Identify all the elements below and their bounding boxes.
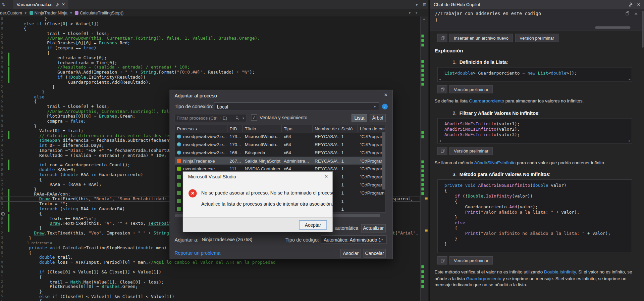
edge-process-icon — [177, 142, 181, 146]
app-process-icon — [177, 207, 181, 211]
code-block-2: AñadirSiNoEsInfinito(valor1);AñadirSiNoE… — [437, 118, 632, 143]
attach-button[interactable]: Asociar — [340, 249, 361, 258]
column-header[interactable]: Título — [243, 125, 282, 132]
process-row[interactable]: msedgewebview2.e...166...Búsquedax64REYC… — [175, 148, 385, 157]
explanation-heading: Explicación — [435, 48, 644, 53]
scroll-left-icon[interactable]: ◀ — [439, 139, 441, 142]
column-header[interactable]: PID — [227, 125, 243, 132]
chevron-down-icon: ▼ — [381, 238, 383, 241]
preview-button[interactable]: Versión preliminar — [449, 256, 493, 264]
code-line: AñadirSiNoEsInfinito(valor3); — [444, 132, 625, 137]
tree-view-button[interactable]: Árbol — [370, 114, 386, 122]
change-mark — [421, 275, 424, 278]
preview-button[interactable]: Versión preliminar — [515, 34, 559, 42]
copy-icon[interactable] — [625, 11, 630, 15]
insert-icon[interactable] — [634, 11, 638, 15]
close-icon[interactable]: ✕ — [62, 2, 65, 6]
chevron-down-icon[interactable]: ▼ — [242, 117, 245, 120]
chevron-down-icon: ▼ — [24, 11, 27, 14]
copy-button[interactable] — [437, 85, 447, 93]
horizontal-scrollbar[interactable] — [595, 26, 630, 29]
pin-icon[interactable] — [55, 3, 59, 6]
tab-variacionanual[interactable]: VariacionAnual.cs ✕ — [13, 0, 68, 9]
code-block-3: private void AñadirSiNoEsInfinito(double… — [437, 179, 632, 253]
sync-icon[interactable]: ↻ — [2, 2, 5, 7]
method-icon — [75, 11, 78, 14]
info-icon[interactable]: i — [382, 104, 388, 110]
process-table-header[interactable]: Proceso▲PIDTítuloTipoNombre de uSesióLín… — [175, 125, 385, 132]
copy-button[interactable] — [437, 256, 447, 264]
process-row[interactable]: msedgewebview2.e...173...MicrosoftWindo.… — [175, 132, 385, 140]
column-header[interactable]: Línea de con — [358, 125, 385, 132]
editor-scrollbar[interactable]: ▲ — [420, 16, 428, 301]
error-message-dialog: Microsoft Visual Studio ✕ ✕ No se puede … — [183, 172, 333, 232]
app-process-icon — [177, 175, 181, 179]
list-view-button[interactable]: Lista — [352, 114, 367, 122]
code-line: { — [0, 299, 420, 301]
column-header[interactable]: Proceso▲ — [175, 125, 228, 132]
inline-code-link[interactable]: Double.IsInfinity — [544, 269, 576, 274]
column-header[interactable]: Sesió — [339, 125, 358, 132]
code-line: //Trabajar con addseries en este codigo — [435, 11, 640, 17]
chevron-down-icon[interactable]: ▼ — [415, 2, 419, 7]
process-row[interactable]: NinjaTrader.exe267...Salida NinjaScriptA… — [175, 157, 385, 165]
explanation-paragraph-1: Se define la lista Guardarporciento para… — [435, 98, 634, 104]
chevron-down-icon[interactable]: ▼ — [408, 11, 411, 14]
editor-tab-bar: ↻ VariacionAnual.cs ✕ ▼ ⊞ — [0, 0, 428, 9]
scroll-right-icon[interactable]: ▶ — [629, 78, 630, 81]
refresh-button[interactable]: Actualizar — [361, 224, 385, 232]
accept-button[interactable]: Aceptar — [299, 220, 327, 229]
close-icon[interactable]: ✕ — [384, 92, 388, 97]
window-layout-icon[interactable]: ⊞ — [423, 2, 426, 7]
vertical-scrollbar[interactable] — [642, 11, 644, 48]
breadcrumb-item-method[interactable]: CalculateTrailingStop() — [75, 10, 123, 15]
column-header[interactable]: Tipo — [282, 125, 313, 132]
code-line: } — [0, 85, 420, 90]
preview-button[interactable]: Versión preliminar — [449, 147, 493, 155]
code-line: List<double> Guardarporciento = new List… — [444, 70, 625, 76]
close-icon[interactable]: ✕ — [637, 2, 640, 7]
connection-type-select[interactable]: Local▼ — [214, 102, 379, 111]
breadcrumb-item-project[interactable]: der.Custom▼ — [0, 10, 27, 15]
column-header[interactable]: Nombre de u — [313, 125, 339, 132]
explanation-paragraph-3: Este método verifica si el valor no es i… — [435, 269, 634, 288]
copy-button[interactable] — [437, 147, 447, 155]
inline-code-link[interactable]: Guardarporciento — [469, 98, 504, 103]
minimize-icon[interactable]: — — [620, 2, 624, 7]
section-heading-1: 1.Definición de la Lista: — [452, 60, 644, 65]
breadcrumb-item-class[interactable]: NinjaTrader.Ninja▼ — [30, 10, 72, 15]
plus-icon[interactable]: ＋ — [415, 10, 419, 15]
process-row[interactable]: msedgewebview2.e...170...MicrosoftWindo.… — [175, 140, 385, 148]
close-icon[interactable]: ✕ — [324, 174, 328, 179]
visual-studio-window: ↻ VariacionAnual.cs ✕ ▼ ⊞ der.Custom▼ Ni… — [0, 0, 644, 301]
report-problem-link[interactable]: Reportar un problema — [174, 251, 220, 256]
pin-icon[interactable] — [628, 2, 632, 6]
change-mark — [421, 165, 424, 168]
code-line: } — [444, 236, 625, 242]
cancel-button[interactable]: Cancelar — [364, 249, 386, 258]
inline-code-link[interactable]: Guardarporciento — [466, 276, 501, 281]
filter-processes-input[interactable]: Filtrar procesos (Ctrl + E) ▼ — [174, 114, 247, 122]
change-mark — [421, 187, 424, 190]
edge-process-icon — [177, 150, 181, 155]
scroll-up-icon[interactable]: ▲ — [423, 17, 425, 20]
scroll-left-icon[interactable]: ◀ — [439, 78, 441, 81]
scroll-right-icon[interactable]: ▶ — [629, 139, 630, 142]
code-type-select[interactable]: Automático: Administrado (.N▼ — [321, 235, 386, 244]
vertical-scrollbar[interactable] — [382, 132, 385, 189]
app-process-icon — [177, 183, 181, 187]
prompt-code-block: //Trabajar con addseries en este codigo} — [430, 9, 644, 31]
change-mark — [421, 44, 424, 47]
copilot-header[interactable]: Chat de GitHub Copilot — ✕ — [430, 0, 644, 9]
window-tracking-checkbox[interactable]: ✓ Ventana y seguimiento — [251, 114, 307, 120]
change-mark — [421, 285, 424, 288]
code-block-1: List<double> Guardarporciento = new List… — [437, 67, 632, 82]
preview-button[interactable]: Versión preliminar — [449, 85, 493, 93]
inline-code-link[interactable]: AñadirSiNoEsInfinito — [474, 160, 516, 165]
reattach-auto-label[interactable]: automática — [335, 226, 358, 231]
copilot-panel: Chat de GitHub Copilot — ✕ //Trabajar co… — [429, 0, 644, 301]
copy-button[interactable] — [437, 34, 447, 42]
app-process-icon — [177, 199, 181, 203]
change-mark — [421, 69, 424, 72]
insert-new-file-button[interactable]: Insertar en un archivo nuevo — [449, 34, 513, 42]
